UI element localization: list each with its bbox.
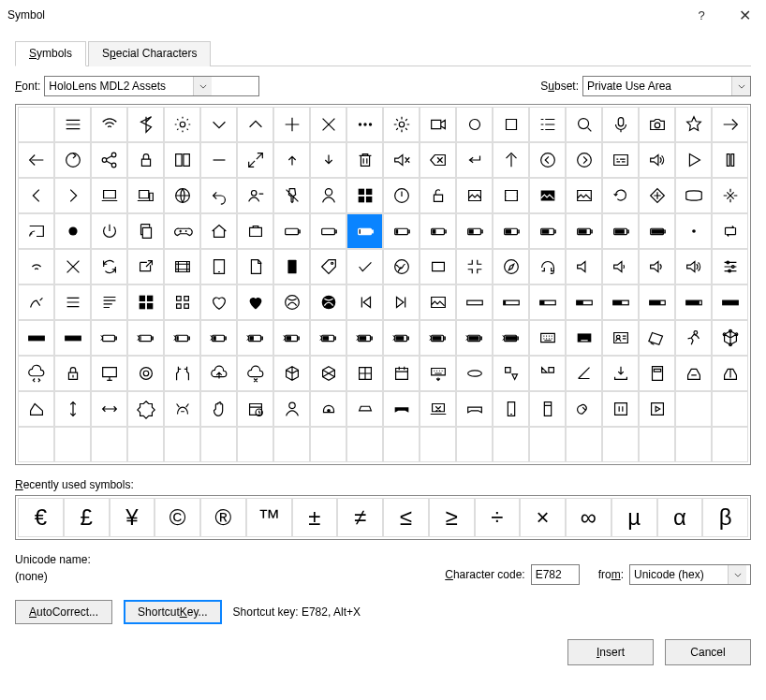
symbol-cell[interactable] xyxy=(456,284,493,320)
symbol-cell[interactable] xyxy=(18,249,54,284)
subset-combo[interactable] xyxy=(582,76,751,96)
symbol-cell[interactable] xyxy=(127,320,164,356)
symbol-cell[interactable] xyxy=(200,142,237,178)
symbol-cell[interactable] xyxy=(566,284,602,320)
symbol-cell[interactable] xyxy=(54,391,91,427)
symbol-cell[interactable] xyxy=(566,178,602,213)
symbol-cell[interactable] xyxy=(346,356,383,391)
insert-button[interactable]: Insert xyxy=(567,639,654,665)
symbol-cell[interactable] xyxy=(200,178,237,213)
symbol-cell[interactable] xyxy=(420,249,456,284)
symbol-cell[interactable] xyxy=(420,284,456,320)
symbol-cell[interactable] xyxy=(273,391,310,427)
chevron-down-icon[interactable] xyxy=(728,565,746,584)
symbol-cell[interactable] xyxy=(675,213,712,249)
symbol-cell[interactable] xyxy=(529,249,566,284)
symbol-cell[interactable] xyxy=(54,142,91,178)
symbol-cell[interactable] xyxy=(200,320,237,356)
font-combo[interactable] xyxy=(44,76,259,96)
symbol-cell[interactable] xyxy=(310,391,346,427)
subset-input[interactable] xyxy=(583,77,731,95)
symbol-cell[interactable] xyxy=(310,213,346,249)
symbol-cell[interactable] xyxy=(639,249,675,284)
symbol-cell[interactable] xyxy=(237,391,273,427)
symbol-cell[interactable] xyxy=(346,142,383,178)
symbol-cell[interactable] xyxy=(383,356,420,391)
recent-symbol-cell[interactable]: × xyxy=(520,498,566,537)
symbol-cell[interactable] xyxy=(127,427,164,462)
symbol-cell[interactable] xyxy=(383,107,420,142)
symbol-cell[interactable] xyxy=(602,427,639,462)
symbol-cell[interactable] xyxy=(529,320,566,356)
symbol-cell[interactable] xyxy=(493,356,529,391)
from-combo[interactable] xyxy=(629,564,751,585)
symbol-cell[interactable] xyxy=(383,178,420,213)
symbol-cell[interactable] xyxy=(346,249,383,284)
symbol-cell[interactable] xyxy=(639,107,675,142)
recent-symbol-cell[interactable]: ™ xyxy=(246,498,292,537)
symbol-cell[interactable] xyxy=(127,249,164,284)
symbol-cell[interactable] xyxy=(529,213,566,249)
symbol-cell[interactable] xyxy=(529,427,566,462)
symbol-cell[interactable] xyxy=(675,142,712,178)
symbol-cell[interactable] xyxy=(310,284,346,320)
symbol-cell[interactable] xyxy=(237,284,273,320)
symbol-cell[interactable] xyxy=(566,213,602,249)
symbol-cell[interactable] xyxy=(712,178,748,213)
symbol-cell[interactable] xyxy=(712,320,748,356)
symbol-cell[interactable] xyxy=(164,142,200,178)
symbol-cell[interactable] xyxy=(18,142,54,178)
chevron-down-icon[interactable] xyxy=(731,77,750,95)
symbol-cell[interactable] xyxy=(639,284,675,320)
symbol-cell[interactable] xyxy=(675,107,712,142)
symbol-cell[interactable] xyxy=(18,284,54,320)
symbol-cell[interactable] xyxy=(237,427,273,462)
symbol-cell[interactable] xyxy=(493,178,529,213)
symbol-cell[interactable] xyxy=(164,107,200,142)
symbol-cell[interactable] xyxy=(91,320,127,356)
symbol-cell[interactable] xyxy=(566,142,602,178)
symbol-cell[interactable] xyxy=(200,249,237,284)
symbol-cell[interactable] xyxy=(200,427,237,462)
symbol-cell[interactable] xyxy=(566,107,602,142)
recent-symbol-cell[interactable]: ¥ xyxy=(110,498,155,537)
symbol-cell[interactable] xyxy=(91,178,127,213)
symbol-cell[interactable] xyxy=(420,213,456,249)
symbol-cell[interactable] xyxy=(493,107,529,142)
symbol-cell[interactable] xyxy=(456,249,493,284)
symbol-cell[interactable] xyxy=(237,178,273,213)
symbol-cell[interactable] xyxy=(602,284,639,320)
symbol-cell[interactable] xyxy=(493,213,529,249)
symbol-cell[interactable] xyxy=(18,213,54,249)
symbol-cell[interactable] xyxy=(420,142,456,178)
symbol-cell[interactable] xyxy=(273,427,310,462)
symbol-cell[interactable] xyxy=(420,107,456,142)
symbol-cell[interactable] xyxy=(346,284,383,320)
symbol-cell[interactable] xyxy=(712,213,748,249)
symbol-cell[interactable] xyxy=(18,178,54,213)
symbol-cell[interactable] xyxy=(602,142,639,178)
symbol-cell[interactable] xyxy=(91,249,127,284)
symbol-cell[interactable] xyxy=(273,356,310,391)
symbol-cell[interactable] xyxy=(639,178,675,213)
symbol-cell[interactable] xyxy=(127,356,164,391)
symbol-cell[interactable] xyxy=(383,142,420,178)
symbol-cell[interactable] xyxy=(164,427,200,462)
symbol-cell[interactable] xyxy=(346,107,383,142)
recent-symbol-cell[interactable]: ∞ xyxy=(566,498,611,537)
symbol-cell[interactable] xyxy=(346,320,383,356)
symbol-cell[interactable] xyxy=(456,391,493,427)
symbol-cell[interactable] xyxy=(712,107,748,142)
symbol-cell[interactable] xyxy=(273,142,310,178)
symbol-cell[interactable] xyxy=(493,284,529,320)
font-input[interactable] xyxy=(45,77,193,95)
symbol-cell[interactable] xyxy=(237,107,273,142)
symbol-cell[interactable] xyxy=(566,356,602,391)
recent-symbol-cell[interactable]: © xyxy=(155,498,200,537)
symbol-cell[interactable] xyxy=(420,320,456,356)
symbol-cell[interactable] xyxy=(456,107,493,142)
recent-symbol-cell[interactable]: α xyxy=(657,498,703,537)
symbol-cell[interactable] xyxy=(54,107,91,142)
symbol-cell[interactable] xyxy=(273,320,310,356)
help-button[interactable]: ? xyxy=(680,0,723,30)
